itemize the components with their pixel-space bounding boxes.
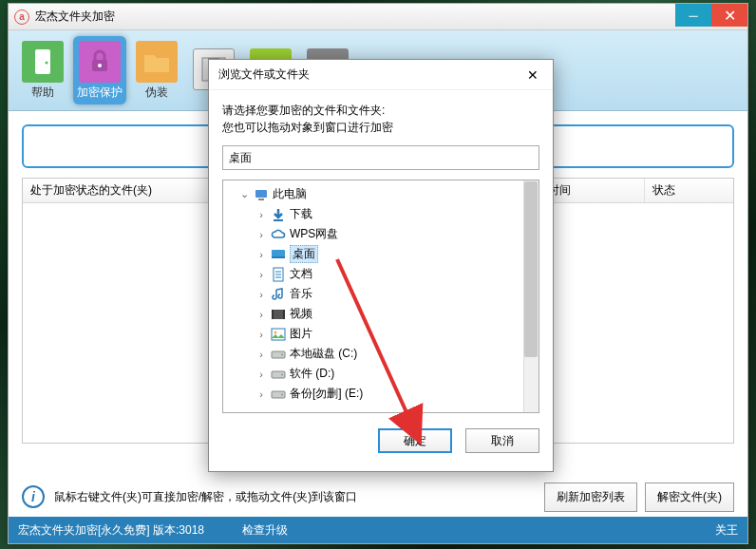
expander-icon[interactable]: › bbox=[255, 349, 267, 360]
expander-icon[interactable]: › bbox=[255, 369, 267, 380]
svg-rect-13 bbox=[274, 219, 283, 221]
svg-rect-22 bbox=[283, 310, 285, 319]
tree-item[interactable]: ›图片 bbox=[225, 324, 537, 344]
status-right: 关王 bbox=[715, 522, 738, 539]
tool-label: 伪装 bbox=[145, 85, 168, 101]
tree-item[interactable]: ›备份[勿删] (E:) bbox=[225, 384, 537, 404]
svg-rect-15 bbox=[272, 256, 285, 258]
svg-rect-23 bbox=[272, 329, 285, 340]
tree-item[interactable]: ›下载 bbox=[225, 204, 537, 224]
tree-item[interactable]: ›视频 bbox=[225, 304, 537, 324]
column-header[interactable]: 时间 bbox=[540, 179, 645, 202]
expander-icon[interactable]: › bbox=[255, 289, 267, 300]
tree-label: 此电脑 bbox=[273, 186, 307, 202]
encrypt-button[interactable]: 加密保护 bbox=[73, 36, 126, 104]
browse-dialog: 浏览文件或文件夹 ✕ 请选择您要加密的文件和文件夹: 您也可以拖动对象到窗口进行… bbox=[208, 59, 554, 472]
cancel-button[interactable]: 取消 bbox=[465, 428, 539, 453]
tree-item[interactable]: ›音乐 bbox=[225, 284, 537, 304]
tree-label: 文档 bbox=[290, 266, 312, 282]
svg-rect-21 bbox=[272, 310, 274, 319]
dialog-title: 浏览文件或文件夹 bbox=[218, 66, 310, 83]
footer: i 鼠标右键文件(夹)可直接加密/解密，或拖动文件(夹)到该窗口 刷新加密列表 … bbox=[9, 479, 747, 515]
pic-icon bbox=[271, 327, 286, 342]
scrollbar-thumb[interactable] bbox=[524, 181, 538, 357]
tool-label: 加密保护 bbox=[77, 85, 123, 101]
column-header[interactable]: 状态 bbox=[645, 179, 730, 202]
tree-label: 桌面 bbox=[290, 245, 318, 263]
tree-label: 软件 (D:) bbox=[290, 366, 334, 382]
titlebar: a 宏杰文件夹加密 ─ ✕ bbox=[9, 4, 747, 30]
cloud-icon bbox=[271, 227, 286, 242]
status-update[interactable]: 检查升级 bbox=[242, 522, 288, 539]
svg-point-26 bbox=[281, 353, 283, 355]
svg-rect-20 bbox=[272, 310, 285, 319]
expander-icon[interactable]: › bbox=[255, 388, 267, 400]
expander-icon[interactable]: › bbox=[255, 269, 267, 280]
footer-tip: 鼠标右键文件(夹)可直接加密/解密，或拖动文件(夹)到该窗口 bbox=[54, 489, 357, 505]
folder-tree[interactable]: ⌄此电脑›下载›WPS网盘›桌面›文档›音乐›视频›图片›本地磁盘 (C:)›软… bbox=[222, 180, 539, 413]
dialog-close-button[interactable]: ✕ bbox=[522, 65, 543, 85]
tree-label: 下载 bbox=[290, 206, 312, 222]
minimize-button[interactable]: ─ bbox=[675, 4, 711, 27]
path-input[interactable] bbox=[222, 145, 539, 170]
ok-button[interactable]: 确定 bbox=[378, 428, 452, 453]
tree-label: 音乐 bbox=[290, 286, 312, 302]
folder-icon bbox=[136, 41, 178, 83]
dialog-message: 请选择您要加密的文件和文件夹: 您也可以拖动对象到窗口进行加密 bbox=[222, 102, 539, 136]
expander-icon[interactable]: › bbox=[255, 329, 267, 340]
dl-icon bbox=[271, 207, 286, 222]
disguise-button[interactable]: 伪装 bbox=[130, 36, 183, 104]
statusbar: 宏杰文件夹加密[永久免费] 版本:3018 检查升级 关王 bbox=[9, 517, 747, 543]
tree-item[interactable]: ›WPS网盘 bbox=[225, 224, 537, 244]
tree-label: 备份[勿删] (E:) bbox=[290, 386, 363, 402]
tree-label: 视频 bbox=[290, 306, 312, 322]
help-button[interactable]: 帮助 bbox=[16, 36, 69, 104]
expander-icon[interactable]: › bbox=[255, 209, 267, 220]
tree-item[interactable]: ›文档 bbox=[225, 264, 537, 284]
lock-icon bbox=[79, 41, 121, 83]
disk-icon bbox=[271, 367, 286, 382]
desk-icon bbox=[271, 247, 286, 262]
dialog-titlebar: 浏览文件或文件夹 ✕ bbox=[209, 60, 553, 90]
expander-icon[interactable]: › bbox=[255, 309, 267, 320]
pc-icon bbox=[254, 187, 269, 202]
tree-item[interactable]: ›软件 (D:) bbox=[225, 364, 537, 384]
tree-item[interactable]: ›本地磁盘 (C:) bbox=[225, 344, 537, 364]
expander-icon[interactable]: › bbox=[255, 249, 267, 260]
tree-label: 本地磁盘 (C:) bbox=[290, 346, 357, 362]
app-icon: a bbox=[14, 9, 29, 25]
svg-rect-11 bbox=[255, 190, 267, 198]
svg-rect-12 bbox=[258, 199, 264, 200]
refresh-button[interactable]: 刷新加密列表 bbox=[544, 483, 637, 512]
svg-point-28 bbox=[281, 373, 283, 375]
close-button[interactable]: ✕ bbox=[711, 4, 747, 27]
disk-icon bbox=[271, 347, 286, 362]
svg-point-3 bbox=[98, 64, 102, 67]
svg-point-24 bbox=[274, 331, 277, 333]
decrypt-button[interactable]: 解密文件(夹) bbox=[645, 483, 734, 512]
expander-icon[interactable]: ⌄ bbox=[238, 188, 250, 200]
window-title: 宏杰文件夹加密 bbox=[35, 9, 115, 25]
tree-label: 图片 bbox=[290, 326, 312, 342]
svg-point-1 bbox=[46, 61, 48, 64]
tree-label: WPS网盘 bbox=[290, 226, 338, 242]
tool-label: 帮助 bbox=[31, 85, 54, 101]
expander-icon[interactable]: › bbox=[255, 229, 267, 240]
scrollbar[interactable] bbox=[523, 180, 539, 412]
tree-item[interactable]: ›桌面 bbox=[225, 244, 537, 264]
disk-icon bbox=[271, 387, 286, 402]
door-icon bbox=[22, 41, 64, 83]
tree-item[interactable]: ⌄此电脑 bbox=[225, 184, 537, 204]
video-icon bbox=[271, 307, 286, 322]
status-app: 宏杰文件夹加密[永久免费] 版本:3018 bbox=[18, 522, 204, 539]
music-icon bbox=[271, 287, 286, 302]
svg-rect-0 bbox=[35, 49, 50, 74]
info-icon: i bbox=[22, 485, 45, 508]
svg-point-30 bbox=[281, 393, 283, 395]
doc-icon bbox=[271, 267, 286, 282]
